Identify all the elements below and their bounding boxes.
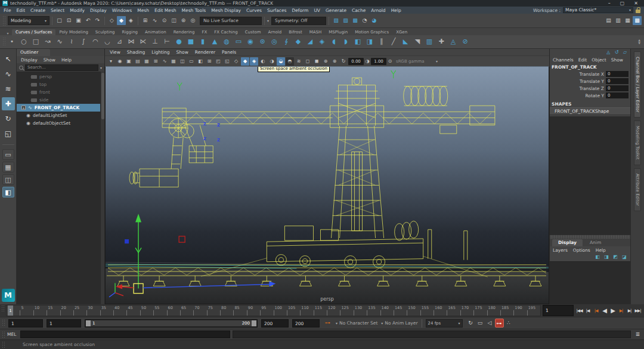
shelf-bevel-plus-icon[interactable]: ◥ (412, 36, 423, 47)
go-to-start-icon[interactable]: |◀◀ (575, 308, 583, 313)
step-back-key-icon[interactable]: |◀ (592, 308, 600, 313)
chevron-down-icon[interactable]: ▾ (100, 66, 102, 70)
shelf-three-point-arc-tool-icon[interactable]: ◡ (102, 36, 113, 47)
step-forward-frame-icon[interactable]: ▶| (626, 308, 633, 313)
statusline-snap-to-projected-center-icon[interactable]: ◫ (169, 16, 178, 25)
statusline-ipr-render-icon[interactable]: ▨ (341, 16, 350, 25)
viewport-menu-panels[interactable]: Panels (222, 50, 236, 55)
viewport-grease-pencil-icon[interactable]: ∿ (160, 57, 169, 66)
shelf-two-point-arc-tool-icon[interactable]: ◠ (90, 36, 101, 47)
shelf-tab-sculpting[interactable]: Sculpting (92, 29, 119, 35)
menu-generate[interactable]: Generate (326, 8, 346, 13)
channel-label[interactable]: Translate X (579, 72, 604, 77)
shelf-tab-poly-modeling[interactable]: Poly Modeling (55, 29, 91, 35)
layer-layer-current-icon[interactable]: ◨ (603, 254, 610, 261)
shelf-planar-trim-icon[interactable]: ◧ (352, 36, 363, 47)
gamma-field[interactable]: 1.00 (371, 58, 386, 65)
play-backwards-icon[interactable]: ◀ (600, 307, 608, 314)
two-pane-layout[interactable]: ◫ (2, 174, 14, 185)
outliner-persp-layout[interactable]: ◧ (2, 187, 14, 197)
shelf-tab-arnold[interactable]: Arnold (265, 29, 286, 35)
go-to-end-icon[interactable]: ▶▶| (634, 308, 642, 313)
shelf-nurbs-cube-icon[interactable]: ■ (185, 36, 196, 47)
shelf-tab-bifrost[interactable]: Bifrost (285, 29, 306, 35)
viewport-motion-blur-icon[interactable]: ◓ (286, 57, 294, 66)
range-slider[interactable]: 1 200 (85, 319, 258, 328)
channelbox-menu-object[interactable]: Object (592, 57, 606, 63)
close-button[interactable]: ✕ (634, 1, 638, 6)
viewport-plugin-shapes-icon[interactable]: ⊗ (330, 57, 339, 66)
menu-help[interactable]: Help (391, 8, 401, 13)
shelf-loft-icon[interactable]: ◗ (340, 36, 351, 47)
shelf-bevel-icon[interactable]: ◣ (400, 36, 411, 47)
statusline-save-scene-icon[interactable]: ▣ (74, 16, 83, 25)
grip[interactable] (2, 37, 5, 46)
shelf-tab-custom[interactable]: Custom (242, 29, 265, 35)
shelf-tab-fx[interactable]: FX (199, 29, 211, 35)
shelf-boundary-icon[interactable]: ╱ (388, 36, 399, 47)
menu-modify[interactable]: Modify (70, 8, 85, 13)
playback-loop-icon[interactable]: ↻ (466, 319, 475, 328)
viewport-textured-icon[interactable]: ◈ (250, 57, 258, 66)
channelbox-channel-speed-icon[interactable]: ↺ (613, 49, 620, 56)
statusline-toggle-tool-settings-icon[interactable]: ▥ (614, 16, 623, 25)
select-tool[interactable]: ↖ (2, 52, 15, 66)
current-time-marker[interactable]: 1 (8, 305, 13, 316)
shelf-birail-icon[interactable]: ∥ (376, 36, 387, 47)
statusline-toggle-outliner-panel-icon[interactable]: ▩ (633, 16, 642, 25)
statusline-undo-icon[interactable]: ↶ (83, 16, 92, 25)
shelf-stitch-surfaces-icon[interactable]: ▥ (424, 36, 435, 47)
shelf-extrude-icon[interactable]: ◨ (364, 36, 375, 47)
shelf-nurbs-soccer-ball-icon[interactable]: ◈ (317, 36, 327, 47)
channelbox-menu-channels[interactable]: Channels (553, 57, 574, 63)
shelf-nurbs-torus-icon[interactable]: ◍ (221, 36, 232, 47)
statusline-select-object-icon[interactable]: ◆ (117, 16, 126, 25)
viewport-field-chart-icon[interactable]: ⊞ (205, 57, 213, 66)
rotate-tool[interactable]: ↻ (2, 112, 15, 125)
fps-select[interactable]: 24 fps ▾ (426, 319, 463, 328)
outliner-panel-tab[interactable]: Outliner (17, 49, 50, 56)
viewport-menu-renderer[interactable]: Renderer (195, 50, 215, 55)
range-end-handle[interactable] (252, 320, 256, 326)
move-tool[interactable]: ✚ (2, 97, 15, 110)
channelbox-menu-edit[interactable]: Edit (578, 57, 587, 63)
shelf-insert-knot-icon[interactable]: ⊥ (150, 36, 160, 47)
shelf-cv-curve-tool-icon[interactable]: ↝ (42, 36, 53, 47)
shelf-tab-rendering[interactable]: Rendering (170, 29, 199, 35)
menu-windows[interactable]: Windows (112, 8, 132, 13)
shelf-nurbs-cylinder-icon[interactable]: ▮ (197, 36, 208, 47)
lock-workspace-icon[interactable] (636, 10, 640, 13)
menu-mesh-display[interactable]: Mesh Display (211, 8, 241, 13)
menu-edit[interactable]: Edit (17, 8, 26, 13)
shelf-nurbs-square-icon[interactable]: □ (30, 36, 41, 47)
channel-label[interactable]: Translate Z (579, 86, 604, 91)
view-transform-select[interactable]: sRGB gamma ▾ (394, 59, 440, 64)
layer-editor-tab-anim[interactable]: Anim (584, 239, 607, 246)
shelf-nurbs-disc-icon[interactable]: ◉ (245, 36, 256, 47)
outliner-search-input[interactable] (25, 64, 98, 71)
layer-list-area[interactable] (550, 261, 630, 304)
viewport-shadows-icon[interactable]: ◑ (268, 57, 276, 66)
viewport-image-plane-icon[interactable]: ▦ (143, 57, 151, 66)
shelf-attach-curves-icon[interactable]: ⋈ (126, 36, 137, 47)
shelf-nurbs-plane-icon[interactable]: ▭ (233, 36, 244, 47)
command-language-label[interactable]: MEL (7, 332, 18, 337)
shelf-tab-mash[interactable]: MASH (306, 29, 326, 35)
grip[interactable] (2, 331, 5, 338)
scale-tool[interactable]: ◱ (2, 127, 15, 140)
shelf-tab-animation[interactable]: Animation (141, 29, 170, 35)
expand-icon[interactable]: + (21, 106, 26, 110)
shelf-tab-fx-caching[interactable]: FX Caching (210, 29, 241, 35)
play-forwards-icon[interactable]: ▶ (609, 307, 617, 314)
grip[interactable] (2, 341, 5, 348)
statusline-new-scene-icon[interactable]: □ (55, 16, 64, 25)
workspace-select[interactable]: Maya Classic* ▾ (563, 7, 633, 13)
viewport-gate-mask-icon[interactable]: ◧ (196, 57, 205, 66)
statusline-snap-to-view-plane-icon[interactable]: ⊛ (179, 16, 188, 25)
selected-object-name[interactable]: FRONT_OF_TRACK (550, 63, 630, 70)
grip[interactable] (2, 319, 5, 327)
viewport-shaded-icon[interactable]: ◆ (241, 57, 249, 66)
paint-select-tool[interactable]: ≋ (2, 82, 15, 95)
minimize-button[interactable]: – (608, 1, 611, 6)
shelf-sculpt-geometry-tool-icon[interactable]: ✚ (436, 36, 447, 47)
